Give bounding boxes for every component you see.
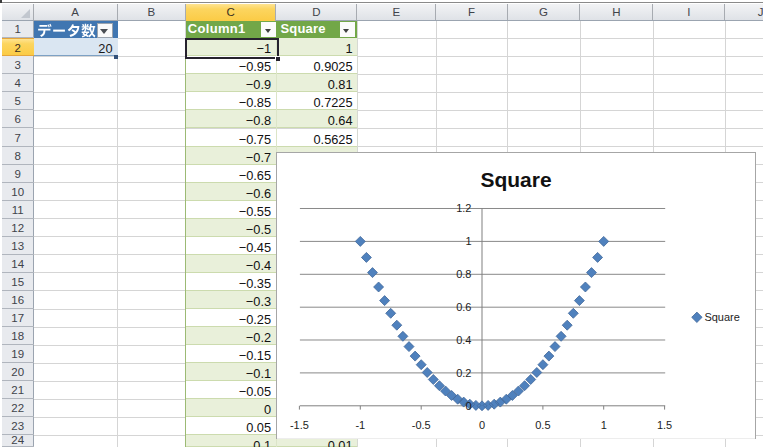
svg-text:0.5: 0.5 (536, 418, 551, 430)
svg-text:-0.5: -0.5 (412, 418, 431, 430)
svg-text:1.5: 1.5 (657, 418, 672, 430)
svg-text:0.2: 0.2 (457, 366, 472, 378)
svg-text:Square: Square (481, 167, 552, 190)
svg-text:1.2: 1.2 (457, 202, 472, 214)
svg-text:0: 0 (479, 418, 485, 430)
svg-text:0.6: 0.6 (457, 301, 472, 313)
svg-text:0.8: 0.8 (457, 268, 472, 280)
svg-text:1: 1 (466, 235, 472, 247)
svg-text:Square: Square (705, 311, 740, 323)
svg-text:1: 1 (601, 418, 607, 430)
svg-text:-1: -1 (356, 418, 366, 430)
svg-text:-1.5: -1.5 (290, 418, 309, 430)
svg-text:0: 0 (466, 399, 472, 411)
svg-text:0.4: 0.4 (457, 333, 472, 345)
